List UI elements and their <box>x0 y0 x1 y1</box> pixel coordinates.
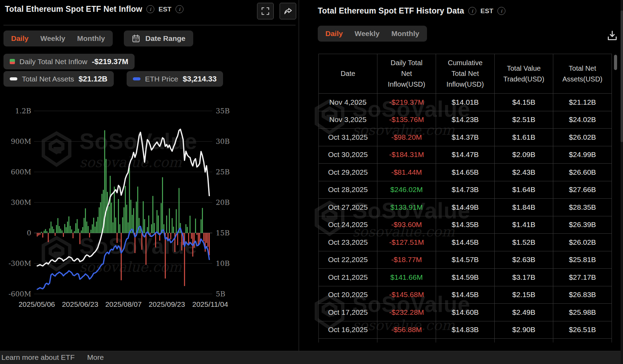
value-traded-cell: $4.15B <box>495 94 553 111</box>
value-traded-cell: $2.90B <box>495 321 553 339</box>
fullscreen-button[interactable] <box>257 3 274 19</box>
svg-text:2025/09/23: 2025/09/23 <box>148 300 185 308</box>
daily-inflow-cell: -$56.88M <box>377 321 436 339</box>
cumulative-inflow-cell: $14.23B <box>436 111 495 129</box>
value-traded-cell: $1.52B <box>495 234 553 251</box>
info-icon[interactable]: i <box>176 5 184 13</box>
history-table-body: Nov 4,2025-$219.37M$14.01B$4.15B$21.12BN… <box>319 94 612 343</box>
date-range-button[interactable]: 12 Date Range <box>124 31 193 46</box>
svg-text:35B: 35B <box>216 107 230 115</box>
daily-inflow-cell: -$145.68M <box>377 286 436 304</box>
value-traded-cell: $2.14B <box>495 339 553 343</box>
cumulative-inflow-cell: $14.83B <box>436 321 495 339</box>
date-cell: Oct 28,2025 <box>319 181 377 199</box>
table-row: Nov 4,2025-$219.37M$14.01B$4.15B$21.12B <box>319 94 612 111</box>
date-cell: Oct 23,2025 <box>319 234 377 251</box>
cumulative-inflow-cell: $14.37B <box>436 129 495 146</box>
value-traded-cell: $2.15B <box>495 286 553 304</box>
date-cell: Oct 27,2025 <box>319 199 377 216</box>
net-inflow-chart[interactable]: 1.2B35B900M30B600M25B300M20B015B-300M10B… <box>2 102 260 310</box>
cumulative-inflow-cell: $14.01B <box>436 94 495 111</box>
tab-monthly[interactable]: Monthly <box>77 34 105 43</box>
tab-daily[interactable]: Daily <box>11 34 28 43</box>
tab-daily[interactable]: Daily <box>325 29 343 38</box>
value-traded-cell: $2.49B <box>495 304 553 321</box>
info-icon[interactable]: i <box>497 7 505 15</box>
column-header: Total Value Traded(USD) <box>495 54 553 94</box>
table-row: Oct 28,2025$246.02M$14.73B$1.64B$27.66B <box>319 181 612 199</box>
net-assets-cell: $26.02B <box>553 129 612 146</box>
download-icon[interactable] <box>606 30 618 42</box>
learn-more-link[interactable]: Learn more about ETF <box>1 353 75 362</box>
table-row: Oct 29,2025-$81.44M$14.65B$2.43B$26.60B <box>319 164 612 181</box>
date-cell: Oct 31,2025 <box>319 129 377 146</box>
tab-weekly[interactable]: Weekly <box>355 29 379 38</box>
net-assets-cell: $24.02B <box>553 111 612 129</box>
legend-value: -$219.37M <box>92 57 128 66</box>
table-row: Oct 15,2025$169.66M$14.89B$2.14B$27.37B <box>319 339 612 343</box>
legend-eth-price[interactable]: ETH Price $3,214.33 <box>127 71 223 87</box>
svg-text:20B: 20B <box>216 198 230 207</box>
tab-weekly[interactable]: Weekly <box>40 34 65 43</box>
daily-inflow-cell: $169.66M <box>377 339 436 343</box>
legend-total-net-assets[interactable]: Total Net Assets $21.12B <box>3 71 114 87</box>
date-cell: Oct 15,2025 <box>319 339 377 343</box>
table-scrollbar-thumb[interactable] <box>614 55 617 70</box>
page-scrollbar[interactable] <box>621 0 623 364</box>
share-button[interactable] <box>280 3 296 19</box>
left-panel-header: Total Ethereum Spot ETF Net Inflow i EST… <box>5 5 184 14</box>
cumulative-inflow-cell: $14.45B <box>436 234 495 251</box>
page-scrollbar-thumb[interactable] <box>621 10 623 142</box>
value-traded-cell: $1.61B <box>495 129 553 146</box>
net-assets-cell: $27.17B <box>553 269 612 286</box>
fullscreen-icon <box>261 7 270 16</box>
table-row: Oct 23,2025-$127.51M$14.45B$1.52B$26.02B <box>319 234 612 251</box>
cumulative-inflow-cell: $14.49B <box>436 199 495 216</box>
svg-text:25B: 25B <box>216 168 230 176</box>
net-assets-cell: $26.39B <box>553 216 612 234</box>
daily-inflow-cell: -$127.51M <box>377 234 436 251</box>
net-assets-cell: $28.35B <box>553 199 612 216</box>
tab-monthly[interactable]: Monthly <box>391 29 419 38</box>
net-assets-cell: $27.37B <box>553 339 612 343</box>
svg-text:12: 12 <box>134 38 138 42</box>
svg-text:10B: 10B <box>216 259 230 268</box>
table-row: Oct 30,2025-$184.31M$14.47B$2.09B$24.99B <box>319 146 612 164</box>
svg-text:2025/06/23: 2025/06/23 <box>62 300 98 308</box>
cumulative-inflow-cell: $14.89B <box>436 339 495 343</box>
legend-daily-net-inflow[interactable]: Daily Total Net Inflow -$219.37M <box>3 54 135 69</box>
table-row: Nov 3,2025-$135.76M$14.23B$2.51B$24.02B <box>319 111 612 129</box>
info-icon[interactable]: i <box>468 7 476 15</box>
daily-inflow-cell: $141.66M <box>377 269 436 286</box>
cumulative-inflow-cell: $14.65B <box>436 164 495 181</box>
info-icon[interactable]: i <box>146 5 154 13</box>
cumulative-inflow-cell: $14.35B <box>436 216 495 234</box>
legend-value: $21.12B <box>79 75 108 84</box>
table-row: Oct 31,2025-$98.20M$14.37B$1.61B$26.02B <box>319 129 612 146</box>
column-header: Total Net Assets(USD) <box>553 54 612 94</box>
inflow-legend-icon <box>10 59 15 64</box>
daily-inflow-cell: -$219.37M <box>377 94 436 111</box>
daily-inflow-cell: -$81.44M <box>377 164 436 181</box>
cumulative-inflow-cell: $14.73B <box>436 181 495 199</box>
svg-text:5B: 5B <box>216 290 225 298</box>
value-traded-cell: $1.41B <box>495 216 553 234</box>
header-divider <box>3 25 296 25</box>
history-data-panel: Total Ethereum Spot ETF History Data i E… <box>299 0 623 351</box>
date-cell: Nov 4,2025 <box>319 94 377 111</box>
period-tabs: Daily Weekly Monthly <box>3 31 113 46</box>
net-assets-cell: $26.02B <box>553 234 612 251</box>
daily-inflow-cell: -$98.20M <box>377 129 436 146</box>
column-header: Daily Total Net Inflow(USD) <box>377 54 436 94</box>
table-row: Oct 27,2025$133.91M$14.49B$1.84B$28.35B <box>319 199 612 216</box>
net-assets-cell: $24.99B <box>553 146 612 164</box>
date-cell: Oct 21,2025 <box>319 269 377 286</box>
daily-inflow-cell: $246.02M <box>377 181 436 199</box>
daily-inflow-cell: -$18.77M <box>377 251 436 269</box>
more-link[interactable]: More <box>87 353 104 362</box>
svg-text:30B: 30B <box>216 137 230 146</box>
date-cell: Oct 20,2025 <box>319 286 377 304</box>
chart-canvas: 1.2B35B900M30B600M25B300M20B015B-300M10B… <box>2 102 260 310</box>
table-header-row: DateDaily Total Net Inflow(USD)Cumulativ… <box>319 54 612 94</box>
svg-text:1.2B: 1.2B <box>15 107 31 115</box>
